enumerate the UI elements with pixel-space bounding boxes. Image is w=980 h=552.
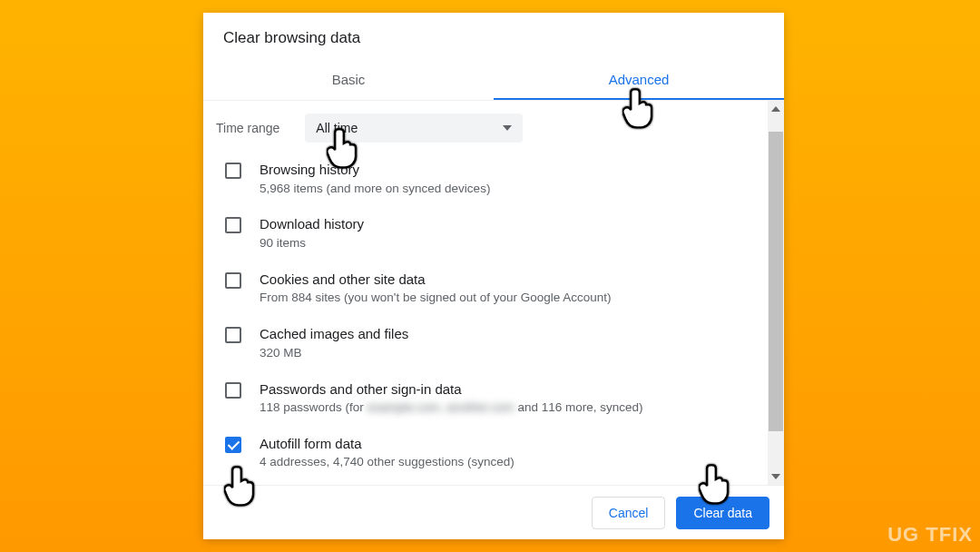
scroll-up-icon[interactable] — [768, 101, 784, 117]
list-item: Download history 90 items — [203, 206, 768, 261]
time-range-value: All time — [316, 121, 358, 135]
scrollbar[interactable] — [768, 101, 784, 485]
dialog-footer: Cancel Clear data — [203, 485, 784, 539]
checkbox-passwords[interactable] — [225, 382, 241, 399]
list-item: Cached images and files 320 MB — [203, 316, 768, 370]
time-range-row: Time range All time — [203, 108, 768, 152]
checkbox-autofill[interactable] — [225, 437, 241, 453]
clear-data-button[interactable]: Clear data — [676, 497, 769, 529]
item-subtitle: 320 MB — [260, 345, 408, 362]
cancel-button[interactable]: Cancel — [592, 497, 666, 529]
chevron-down-icon — [503, 125, 512, 131]
list-item: Autofill form data 4 addresses, 4,740 ot… — [203, 426, 768, 480]
scroll-down-icon[interactable] — [768, 468, 784, 485]
item-title: Cookies and other site data — [260, 271, 612, 289]
tab-advanced[interactable]: Advanced — [494, 60, 784, 100]
redacted-text: example.com, another.com — [368, 399, 514, 417]
tab-basic[interactable]: Basic — [203, 60, 494, 100]
checkbox-download-history[interactable] — [225, 217, 241, 233]
list-item: Browsing history 5,968 items (and more o… — [203, 152, 768, 206]
checkbox-cookies[interactable] — [225, 272, 241, 289]
item-subtitle: 4 addresses, 4,740 other suggestions (sy… — [260, 454, 514, 471]
dialog-body: Time range All time Browsing history 5,9… — [203, 100, 784, 485]
scroll-region[interactable]: Time range All time Browsing history 5,9… — [203, 101, 768, 485]
checkbox-browsing-history[interactable] — [225, 163, 241, 179]
tab-bar: Basic Advanced — [203, 60, 784, 100]
scrollbar-thumb[interactable] — [769, 132, 783, 431]
list-item: Passwords and other sign-in data 118 pas… — [203, 371, 768, 426]
list-item: Cookies and other site data From 884 sit… — [203, 261, 768, 316]
item-title: Browsing history — [260, 161, 490, 179]
checkbox-cached[interactable] — [225, 327, 241, 343]
item-title: Cached images and files — [260, 325, 408, 343]
dialog-title: Clear browsing data — [203, 13, 784, 60]
item-subtitle: 5,968 items (and more on synced devices) — [260, 181, 490, 198]
time-range-select[interactable]: All time — [305, 113, 523, 143]
time-range-label: Time range — [216, 121, 279, 135]
item-title: Autofill form data — [260, 435, 514, 453]
watermark: UG TFIX — [887, 523, 973, 547]
item-subtitle: 118 passwords (for example.com, another.… — [260, 399, 643, 417]
clear-browsing-data-dialog: Clear browsing data Basic Advanced Time … — [203, 13, 784, 539]
item-subtitle: 90 items — [260, 235, 364, 252]
item-title: Download history — [260, 215, 364, 233]
item-subtitle: From 884 sites (you won't be signed out … — [260, 290, 612, 307]
item-title: Passwords and other sign-in data — [260, 380, 643, 399]
